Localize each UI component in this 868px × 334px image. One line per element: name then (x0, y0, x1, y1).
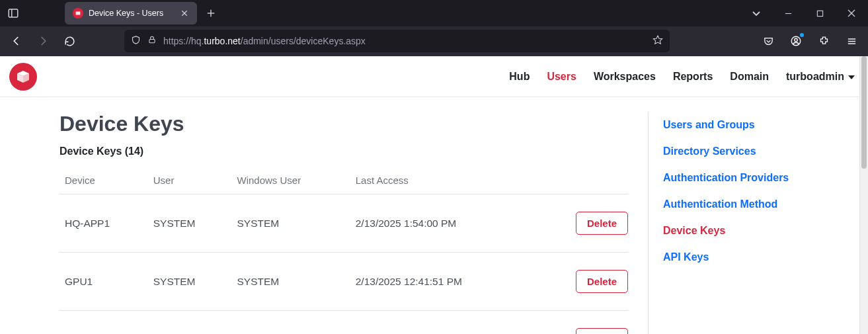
app-menu-icon[interactable] (840, 30, 863, 52)
user-menu-label: turboadmin (786, 71, 844, 83)
cell-device: GPU1 (59, 253, 148, 311)
url-text: https://hq.turbo.net/admin/users/deviceK… (163, 36, 366, 46)
cell-user: SYSTEM (148, 253, 232, 311)
browser-chrome: Device Keys - Users (0, 0, 868, 56)
brand-logo-icon[interactable] (9, 63, 37, 91)
shield-icon[interactable] (131, 35, 141, 48)
col-device: Device (59, 167, 148, 194)
tab-close-icon[interactable] (178, 7, 190, 19)
topnav-workspaces[interactable]: Workspaces (594, 71, 656, 83)
extensions-icon[interactable] (812, 30, 835, 52)
url-host: turbo.net (204, 36, 240, 46)
scrollbar-thumb[interactable] (861, 56, 867, 169)
titlebar-left: Device Keys - Users (0, 2, 221, 24)
topnav-users[interactable]: Users (547, 71, 576, 83)
main-panel: Device Keys Device Keys (14) Device User… (59, 112, 628, 334)
sidebar-item-device-keys[interactable]: Device Keys (663, 218, 846, 244)
pocket-icon[interactable] (757, 30, 779, 52)
sidebar-toggle-icon[interactable] (4, 4, 22, 22)
address-bar-left-icons (131, 35, 157, 48)
table-header-row: Device User Windows User Last Access (59, 167, 628, 194)
col-actions (537, 167, 628, 194)
window-minimize-button[interactable] (773, 0, 803, 26)
url-prefix: https://hq. (163, 36, 204, 46)
address-bar[interactable]: https://hq.turbo.net/admin/users/deviceK… (124, 30, 670, 52)
sidebar-nav: Users and Groups Directory Services Auth… (648, 112, 846, 334)
url-path: /admin/users/deviceKeys.aspx (241, 36, 366, 46)
col-windows-user: Windows User (232, 167, 350, 194)
sidebar-item-directory-services[interactable]: Directory Services (663, 138, 846, 165)
window-maximize-button[interactable] (805, 0, 835, 26)
delete-button[interactable]: Delete (576, 270, 628, 293)
table-row-partial: Delete (59, 311, 628, 335)
new-tab-button[interactable] (201, 3, 221, 23)
page-subtitle: Device Keys (14) (59, 146, 628, 157)
browser-tab-active[interactable]: Device Keys - Users (65, 2, 197, 24)
topnav-domain[interactable]: Domain (730, 71, 769, 83)
nav-back-button[interactable] (5, 30, 28, 52)
svg-rect-8 (817, 11, 822, 16)
titlebar: Device Keys - Users (0, 0, 868, 26)
svg-rect-0 (9, 9, 18, 17)
nav-forward-button[interactable] (32, 30, 54, 52)
content: Device Keys Device Keys (14) Device User… (0, 97, 868, 334)
cell-wuser: SYSTEM (232, 194, 350, 253)
cell-user: SYSTEM (148, 194, 232, 253)
tabs-overflow-icon[interactable] (741, 0, 771, 26)
delete-button[interactable]: Delete (576, 212, 628, 235)
topnav-user-menu[interactable]: turboadmin (786, 71, 855, 83)
topnav-reports[interactable]: Reports (673, 71, 713, 83)
sidebar-item-auth-method[interactable]: Authentication Method (663, 191, 846, 218)
device-keys-table: Device User Windows User Last Access HQ-… (59, 167, 628, 334)
col-last-access: Last Access (350, 167, 537, 194)
caret-down-icon (848, 75, 855, 79)
window-close-button[interactable] (836, 0, 867, 26)
cell-last: 2/13/2025 12:41:51 PM (350, 253, 537, 311)
sidebar-item-users-groups[interactable]: Users and Groups (663, 112, 846, 138)
page: Hub Users Workspaces Reports Domain turb… (0, 56, 868, 334)
cell-wuser (232, 311, 350, 335)
svg-point-14 (795, 38, 798, 42)
cell-user (148, 311, 232, 335)
vertical-scrollbar[interactable] (859, 56, 868, 334)
tab-strip: Device Keys - Users (65, 2, 221, 24)
app-header: Hub Users Workspaces Reports Domain turb… (0, 56, 868, 97)
lock-icon[interactable] (147, 35, 157, 47)
topnav-hub[interactable]: Hub (509, 71, 530, 83)
table-row: HQ-APP1 SYSTEM SYSTEM 2/13/2025 1:54:00 … (59, 194, 628, 253)
toolbar-right-icons (757, 30, 863, 52)
svg-rect-11 (149, 39, 155, 42)
svg-marker-12 (653, 36, 662, 44)
browser-toolbar: https://hq.turbo.net/admin/users/deviceK… (0, 26, 868, 56)
cell-last (350, 311, 537, 335)
bookmark-star-icon[interactable] (652, 34, 663, 48)
table-row: GPU1 SYSTEM SYSTEM 2/13/2025 12:41:51 PM… (59, 253, 628, 311)
tab-favicon-icon (73, 8, 83, 19)
page-title: Device Keys (59, 112, 628, 136)
account-icon[interactable] (785, 30, 807, 52)
sidebar-item-api-keys[interactable]: API Keys (663, 244, 846, 271)
top-nav: Hub Users Workspaces Reports Domain turb… (509, 71, 855, 83)
titlebar-right (741, 0, 868, 26)
cell-last: 2/13/2025 1:54:00 PM (350, 194, 537, 253)
col-user: User (148, 167, 232, 194)
svg-rect-2 (76, 12, 81, 15)
cell-device: HQ-APP1 (59, 194, 148, 253)
nav-reload-button[interactable] (58, 30, 81, 52)
delete-button[interactable]: Delete (576, 328, 628, 334)
sidebar-item-auth-providers[interactable]: Authentication Providers (663, 165, 846, 191)
cell-wuser: SYSTEM (232, 253, 350, 311)
cell-device (59, 311, 148, 335)
address-bar-right-icons (652, 34, 663, 48)
tab-title: Device Keys - Users (89, 9, 173, 18)
